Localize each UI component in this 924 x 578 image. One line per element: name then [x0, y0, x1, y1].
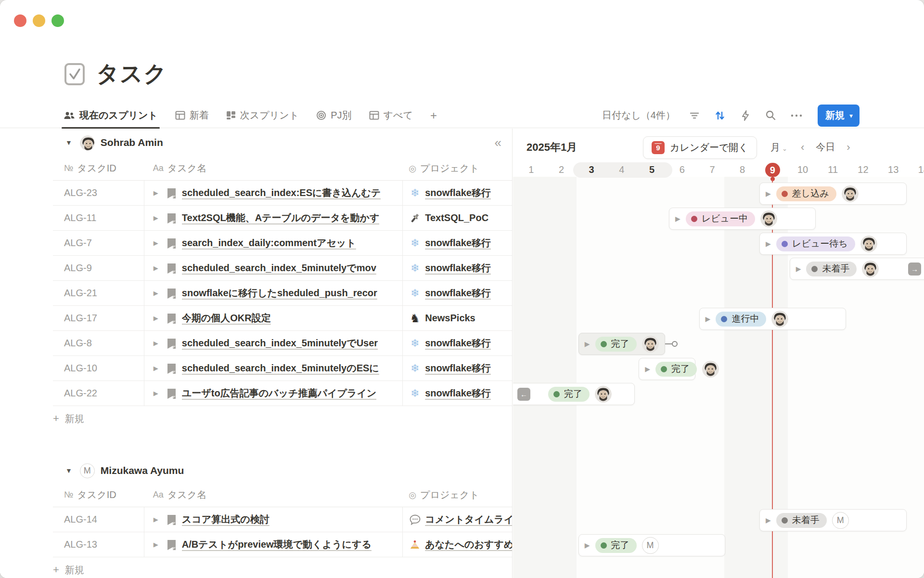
more-icon[interactable]	[790, 109, 803, 122]
date-number[interactable]: 8	[733, 164, 752, 175]
maximize-window-button[interactable]	[51, 14, 64, 27]
column-header-id[interactable]: №タスクID	[53, 162, 144, 175]
date-number[interactable]: 5	[642, 164, 662, 175]
task-link[interactable]: スコア算出式の検討	[182, 513, 270, 526]
table-row[interactable]: ALG-22▶ユーザto広告記事のバッチ推薦パイプライン❄snowflake移行	[53, 381, 512, 406]
expand-toggle-icon[interactable]: ▶	[675, 215, 680, 223]
task-link[interactable]: scheduled_search_index_5minutelyでmov	[182, 262, 376, 275]
table-row[interactable]: ALG-9▶scheduled_search_index_5minutelyでm…	[53, 256, 512, 281]
expand-toggle-icon[interactable]: ▶	[154, 214, 158, 222]
timeline-bar[interactable]: ▶完了M	[578, 534, 726, 556]
table-row[interactable]: ALG-17▶今期の個人OKR設定♞NewsPicks	[53, 306, 512, 331]
sort-icon[interactable]	[714, 109, 726, 122]
tab-3[interactable]: 次スプリント	[226, 103, 299, 128]
project-link[interactable]: snowflake移行	[425, 262, 491, 275]
close-window-button[interactable]	[14, 14, 26, 27]
expand-toggle-icon[interactable]: ▶	[154, 239, 158, 247]
expand-toggle-icon[interactable]: ▶	[585, 340, 590, 348]
table-row[interactable]: ALG-21▶snowflakeに移行したsheduled_push_recor…	[53, 281, 512, 306]
timeline-bar[interactable]: ▶未着手M	[759, 509, 907, 531]
task-link[interactable]: scheduled_search_index_5minutelyのESに	[182, 362, 379, 375]
expand-toggle-icon[interactable]: ▶	[154, 390, 158, 397]
timeline-bar[interactable]: ▶レビュー中	[669, 208, 816, 230]
project-link[interactable]: snowflake移行	[425, 337, 491, 350]
expand-toggle-icon[interactable]: ▶	[154, 541, 158, 548]
task-link[interactable]: scheduled_search_index:ESに書き込んむテ	[182, 186, 381, 199]
project-link[interactable]: snowflake移行	[425, 287, 491, 300]
today-date-badge[interactable]: 9	[765, 163, 780, 177]
group-header[interactable]: ▼MMizukawa Ayumu	[0, 458, 512, 483]
expand-toggle-icon[interactable]: ▶	[585, 541, 590, 549]
table-row[interactable]: ALG-13▶A/Bテストがpreview環境で動くようにするあなたへのおすすめ	[53, 532, 512, 557]
timeline-scale-dropdown[interactable]: 月⌄	[770, 141, 787, 154]
open-calendar-button[interactable]: 9 カレンダーで開く	[643, 136, 757, 159]
column-header-name[interactable]: Aaタスク名	[144, 488, 402, 501]
project-link[interactable]: あなたへのおすすめ	[425, 538, 512, 551]
tab-5[interactable]: すべて	[369, 103, 413, 128]
expand-toggle-icon[interactable]: ▶	[766, 240, 771, 248]
expand-toggle-icon[interactable]: ▶	[706, 315, 711, 323]
table-row[interactable]: ALG-8▶scheduled_search_index_5minutelyでU…	[53, 331, 512, 356]
dependency-connector[interactable]	[665, 343, 672, 344]
add-view-button[interactable]: +	[430, 103, 437, 128]
expand-toggle-icon[interactable]: ▶	[154, 516, 158, 523]
expand-toggle-icon[interactable]: ▶	[796, 265, 801, 273]
filter-icon[interactable]	[688, 109, 701, 122]
expand-toggle-icon[interactable]: ▶	[154, 315, 158, 322]
date-number[interactable]: 14	[914, 164, 924, 175]
date-number[interactable]: 13	[884, 164, 903, 175]
tab-2[interactable]: 新着	[175, 103, 209, 128]
expand-toggle-icon[interactable]: ▶	[766, 516, 771, 524]
column-header-id[interactable]: №タスクID	[53, 488, 144, 501]
collapse-panel-icon[interactable]: «	[495, 135, 501, 150]
date-number[interactable]: 10	[793, 164, 812, 175]
task-link[interactable]: ユーザto広告記事のバッチ推薦パイプライン	[182, 387, 377, 400]
task-link[interactable]: Text2SQL機能、Aテーブルのデータを動かす	[182, 211, 380, 224]
date-number[interactable]: 4	[612, 164, 631, 175]
expand-toggle-icon[interactable]: ▶	[154, 189, 158, 197]
timeline-bar[interactable]: ▶完了	[578, 333, 665, 355]
date-number[interactable]: 12	[853, 164, 873, 175]
scroll-right-edge-button[interactable]: →	[908, 263, 921, 276]
group-header[interactable]: ▼Sohrab Amin«	[0, 129, 512, 157]
timeline-bar[interactable]: ▶進行中	[699, 308, 847, 330]
column-header-name[interactable]: Aaタスク名	[144, 162, 402, 175]
lightning-icon[interactable]	[739, 109, 752, 122]
checkbox-page-icon[interactable]	[64, 63, 86, 86]
minimize-window-button[interactable]	[33, 14, 45, 27]
expand-toggle-icon[interactable]: ▶	[154, 264, 158, 272]
date-number[interactable]: 3	[582, 164, 601, 175]
new-task-button[interactable]: 新規 ▾	[818, 105, 860, 127]
table-row[interactable]: ALG-10▶scheduled_search_index_5minutelyの…	[53, 356, 512, 381]
group-collapse-caret[interactable]: ▼	[65, 467, 72, 474]
next-month-arrow[interactable]: ›	[847, 141, 850, 154]
table-row[interactable]: ALG-14▶スコア算出式の検討コメントタイムライン	[53, 507, 512, 532]
date-number[interactable]: 7	[703, 164, 722, 175]
task-link[interactable]: search_index_daily:commentアセット	[182, 236, 356, 250]
tab-4[interactable]: PJ別	[316, 103, 351, 128]
group-collapse-caret[interactable]: ▼	[65, 139, 72, 146]
project-link[interactable]: TextSQL_PoC	[425, 212, 488, 223]
date-number[interactable]: 1	[522, 164, 541, 175]
project-link[interactable]: NewsPicks	[425, 313, 475, 324]
timeline-bar[interactable]: ▶未着手	[790, 258, 924, 280]
date-filter-chip[interactable]: 日付なし（4件）	[602, 109, 675, 122]
today-button[interactable]: 今日	[816, 141, 835, 154]
search-icon[interactable]	[765, 109, 777, 122]
project-link[interactable]: snowflake移行	[425, 362, 491, 375]
table-row[interactable]: ALG-23▶scheduled_search_index:ESに書き込んむテ❄…	[53, 181, 512, 206]
expand-toggle-icon[interactable]: ▶	[645, 365, 650, 373]
project-link[interactable]: snowflake移行	[425, 186, 491, 199]
table-row[interactable]: ALG-11▶Text2SQL機能、Aテーブルのデータを動かすTextSQL_P…	[53, 206, 512, 231]
date-number[interactable]: 11	[823, 164, 843, 175]
prev-month-arrow[interactable]: ‹	[801, 141, 804, 154]
project-link[interactable]: snowflake移行	[425, 236, 491, 250]
date-number[interactable]: 6	[672, 164, 692, 175]
timeline-bar[interactable]: ▶レビュー待ち	[759, 233, 907, 255]
expand-toggle-icon[interactable]: ▶	[154, 340, 158, 347]
chevron-down-icon[interactable]: ▾	[849, 112, 853, 119]
expand-toggle-icon[interactable]: ▶	[154, 365, 158, 372]
table-row[interactable]: ALG-7▶search_index_daily:commentアセット❄sno…	[53, 231, 512, 256]
add-task-row[interactable]: +新規	[53, 557, 512, 578]
column-header-project[interactable]: ◎プロジェクト	[402, 162, 512, 175]
